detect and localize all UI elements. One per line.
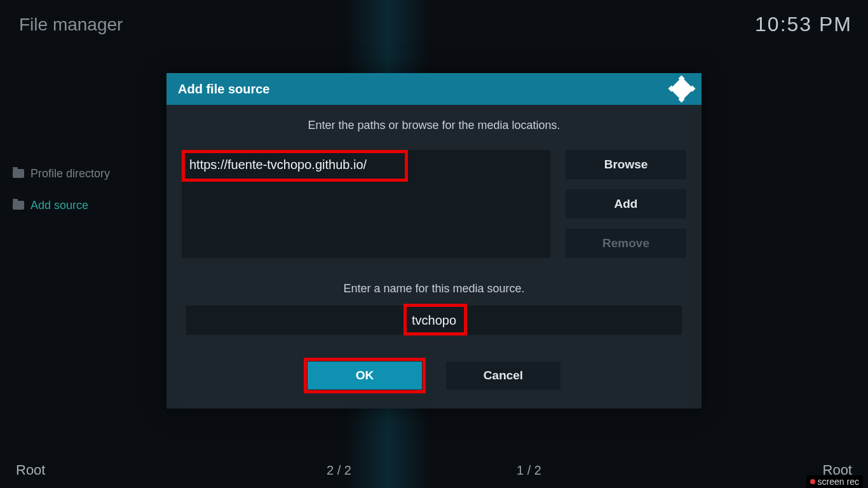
name-instruction: Enter a name for this media source. (182, 282, 686, 295)
folder-icon (13, 201, 24, 210)
browse-label: Browse (604, 158, 648, 172)
sidebar-item-add-source[interactable]: Add source (13, 189, 153, 221)
folder-icon (13, 169, 24, 178)
remove-button: Remove (566, 229, 686, 258)
cancel-label: Cancel (484, 369, 523, 383)
dialog-body: Enter the paths or browse for the media … (166, 105, 702, 409)
screenrec-watermark: screenrec (806, 475, 863, 488)
record-dot-icon (810, 479, 815, 484)
screenrec-text-a: screen (818, 477, 844, 487)
kodi-logo-icon (674, 81, 690, 97)
right-counter: 1 / 2 (517, 463, 541, 478)
sidebar-item-label: Profile directory (31, 167, 110, 180)
remove-label: Remove (602, 236, 649, 250)
cancel-button[interactable]: Cancel (446, 362, 560, 390)
ok-label: OK (356, 369, 374, 383)
paths-instruction: Enter the paths or browse for the media … (182, 119, 686, 132)
sidebar-item-label: Add source (31, 199, 88, 212)
add-button[interactable]: Add (566, 189, 686, 219)
page-title: File manager (19, 15, 123, 35)
left-root-label: Root (16, 462, 45, 478)
add-label: Add (614, 197, 638, 211)
add-file-source-dialog: Add file source Enter the paths or brows… (166, 73, 702, 409)
path-value: https://fuente-tvchopo.github.io/ (189, 158, 367, 172)
sidebar-item-profile-directory[interactable]: Profile directory (13, 158, 153, 189)
source-name-value: tvchopo (412, 313, 456, 328)
ok-button[interactable]: OK (308, 362, 422, 390)
top-bar: File manager 10:53 PM (19, 13, 852, 36)
browse-button[interactable]: Browse (566, 150, 686, 179)
path-input[interactable]: https://fuente-tvchopo.github.io/ (182, 150, 550, 258)
dialog-header: Add file source (166, 73, 702, 105)
left-source-list: Profile directory Add source (13, 158, 153, 221)
clock: 10:53 PM (755, 13, 852, 36)
source-name-input[interactable]: tvchopo (186, 306, 682, 335)
dialog-title: Add file source (178, 82, 269, 97)
bottom-bar: Root 2 / 2 1 / 2 Root (0, 462, 868, 478)
screenrec-text-b: rec (847, 477, 859, 487)
left-counter: 2 / 2 (327, 463, 351, 478)
